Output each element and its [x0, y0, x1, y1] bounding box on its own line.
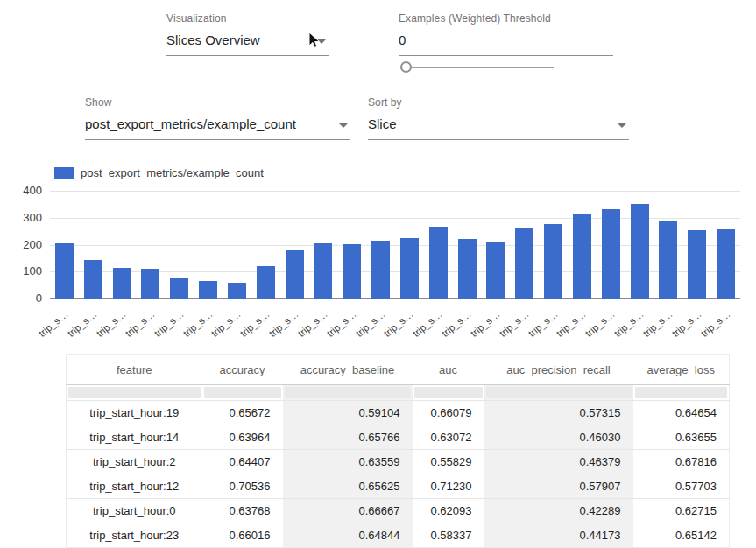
column-filter-input[interactable]: [285, 387, 411, 398]
metric-cell[interactable]: 0.63559: [283, 450, 413, 474]
metric-cell[interactable]: 0.42289: [484, 499, 633, 523]
bar[interactable]: [429, 227, 448, 299]
visualization-label: Visualization: [166, 12, 329, 25]
feature-cell[interactable]: trip_start_hour:23: [67, 523, 202, 548]
bar[interactable]: [573, 214, 591, 299]
column-header[interactable]: auc: [413, 355, 484, 385]
column-header[interactable]: accuracy_baseline: [283, 355, 413, 385]
metric-cell[interactable]: 0.57703: [633, 474, 730, 499]
visualization-dropdown[interactable]: Slices Overview: [166, 31, 329, 56]
x-tick-label: trip_s…: [612, 308, 646, 339]
bar[interactable]: [688, 230, 706, 299]
bar[interactable]: [458, 239, 477, 299]
metric-cell[interactable]: 0.55829: [413, 450, 484, 474]
show-dropdown[interactable]: post_export_metrics/example_count: [85, 115, 350, 140]
show-label: Show: [85, 96, 350, 109]
bar[interactable]: [314, 243, 332, 299]
slider-handle[interactable]: [400, 61, 412, 73]
metric-cell[interactable]: 0.65625: [283, 474, 413, 499]
metric-cell[interactable]: 0.71230: [413, 474, 484, 499]
column-filter-input[interactable]: [635, 387, 728, 398]
table-row[interactable]: trip_start_hour:140.639640.657660.630720…: [67, 425, 730, 450]
column-filter-input[interactable]: [414, 387, 483, 398]
bar[interactable]: [631, 204, 649, 299]
metric-cell[interactable]: 0.65142: [633, 523, 730, 548]
metric-cell[interactable]: 0.57315: [484, 401, 633, 425]
x-tick-label: trip_s…: [37, 308, 70, 339]
metric-cell[interactable]: 0.46379: [484, 450, 633, 474]
metric-cell[interactable]: 0.44173: [484, 523, 633, 548]
bar[interactable]: [199, 281, 217, 299]
feature-cell[interactable]: trip_start_hour:2: [67, 450, 202, 474]
feature-cell[interactable]: trip_start_hour:0: [67, 499, 202, 523]
metric-cell[interactable]: 0.46030: [484, 425, 633, 450]
bar[interactable]: [515, 228, 533, 299]
bar[interactable]: [257, 266, 275, 299]
feature-cell[interactable]: trip_start_hour:12: [67, 474, 202, 499]
table-row[interactable]: trip_start_hour:190.656720.591040.660790…: [67, 401, 730, 425]
column-filter-input[interactable]: [204, 387, 281, 398]
metric-cell[interactable]: 0.62715: [633, 499, 730, 523]
bar[interactable]: [141, 269, 159, 299]
feature-cell[interactable]: trip_start_hour:19: [67, 401, 202, 425]
bar[interactable]: [170, 278, 188, 299]
column-header[interactable]: average_loss: [633, 355, 730, 385]
bar[interactable]: [400, 238, 419, 299]
metric-cell[interactable]: 0.65672: [202, 401, 283, 425]
metric-cell[interactable]: 0.66016: [202, 523, 283, 548]
bar[interactable]: [486, 242, 505, 299]
bar[interactable]: [544, 224, 562, 299]
x-tick-label: trip_s…: [555, 308, 588, 339]
column-header[interactable]: feature: [67, 355, 202, 385]
x-tick-label: trip_s…: [670, 308, 703, 339]
bar[interactable]: [84, 260, 102, 299]
bar[interactable]: [602, 209, 620, 299]
y-tick-label: 0: [9, 292, 42, 305]
bar[interactable]: [371, 241, 390, 299]
metric-cell[interactable]: 0.59104: [283, 401, 413, 425]
bar[interactable]: [55, 243, 74, 299]
table-row[interactable]: trip_start_hour:00.637680.666670.620930.…: [67, 499, 730, 523]
bar[interactable]: [343, 244, 361, 299]
column-filter-input[interactable]: [486, 387, 632, 398]
metrics-table: featureaccuracyaccuracy_baselineaucauc_p…: [66, 354, 730, 548]
metric-cell[interactable]: 0.63072: [413, 425, 484, 450]
metric-cell[interactable]: 0.63768: [202, 499, 283, 523]
metric-cell[interactable]: 0.64654: [633, 401, 730, 425]
metric-cell[interactable]: 0.58337: [413, 523, 484, 548]
threshold-control: Examples (Weighted) Threshold 0: [399, 12, 613, 56]
metric-cell[interactable]: 0.67816: [633, 450, 730, 474]
threshold-slider[interactable]: [400, 61, 554, 74]
x-tick-label: trip_s…: [296, 308, 329, 339]
bar[interactable]: [717, 229, 735, 299]
metric-cell[interactable]: 0.62093: [413, 499, 484, 523]
threshold-value: 0: [399, 32, 613, 47]
table-row[interactable]: trip_start_hour:230.660160.648440.583370…: [67, 523, 730, 548]
metric-cell[interactable]: 0.57907: [484, 474, 633, 499]
metric-cell[interactable]: 0.65766: [283, 425, 413, 450]
metric-cell[interactable]: 0.70536: [202, 474, 283, 499]
bar[interactable]: [286, 250, 304, 299]
metric-cell[interactable]: 0.64407: [202, 450, 283, 474]
bar[interactable]: [228, 283, 246, 299]
column-header[interactable]: auc_precision_recall: [484, 355, 633, 385]
bar[interactable]: [659, 221, 677, 299]
metric-cell[interactable]: 0.66667: [283, 499, 413, 523]
metric-cell[interactable]: 0.66079: [413, 401, 484, 425]
threshold-input[interactable]: 0: [399, 31, 613, 56]
column-header[interactable]: accuracy: [202, 355, 283, 385]
table-row[interactable]: trip_start_hour:20.644070.635590.558290.…: [67, 450, 730, 474]
column-filter-input[interactable]: [68, 387, 201, 398]
slider-track[interactable]: [400, 67, 554, 68]
metric-cell[interactable]: 0.63655: [633, 425, 730, 450]
chevron-down-icon[interactable]: [618, 123, 626, 128]
sort-by-dropdown[interactable]: Slice: [368, 115, 629, 140]
table-row[interactable]: trip_start_hour:120.705360.656250.712300…: [67, 474, 730, 499]
metric-cell[interactable]: 0.64844: [283, 523, 413, 548]
sort-by-value: Slice: [368, 116, 613, 131]
metric-cell[interactable]: 0.63964: [202, 425, 283, 450]
bar[interactable]: [113, 268, 131, 299]
chevron-down-icon[interactable]: [339, 123, 348, 128]
feature-cell[interactable]: trip_start_hour:14: [67, 425, 202, 450]
sort-by-control: Sort by Slice: [368, 96, 629, 140]
